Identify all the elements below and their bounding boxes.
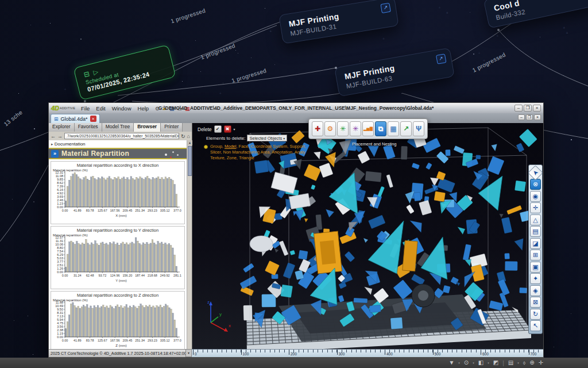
menu-edit[interactable]: Edit xyxy=(96,105,105,112)
lasso-select-tool[interactable]: ↖ xyxy=(530,320,541,331)
visibility-icon[interactable]: ⊙ xyxy=(464,358,469,367)
axis-x-label: x xyxy=(229,323,231,328)
red-grid-icon[interactable]: ▦ xyxy=(185,106,190,112)
delete-box-tool[interactable]: ⊠ xyxy=(530,297,541,308)
documentation-link[interactable]: ▸ Documentation xyxy=(49,140,187,148)
svg-text:41.89: 41.89 xyxy=(74,209,82,212)
bar-chart-tool[interactable]: ▂▅▇ xyxy=(362,121,374,136)
filter-icon[interactable]: ▼ xyxy=(448,358,454,367)
refresh-icon[interactable]: ↻ xyxy=(181,133,185,139)
panel-tab-model-tree[interactable]: Model Tree xyxy=(102,123,134,132)
star-plus: + xyxy=(446,11,448,15)
save-icon[interactable]: ▦ xyxy=(169,106,175,112)
confirm-delete-button[interactable]: ✔ xyxy=(214,125,222,133)
status-caret-icon[interactable]: ▾ xyxy=(185,349,192,357)
scroll-up-icon[interactable]: ▲ xyxy=(187,140,192,145)
menu-window[interactable]: Window xyxy=(112,105,131,112)
svg-text:377.0: 377.0 xyxy=(173,339,181,342)
triangle-tool[interactable]: △ xyxy=(530,214,541,225)
title-bar[interactable]: 4D ADDITIVE FileEditWindowHelp ⚙▰▦▭▦ G:\… xyxy=(49,103,543,113)
forward-icon[interactable]: → xyxy=(57,133,63,139)
repair-tool[interactable]: ✚ xyxy=(312,121,323,136)
antenna-tool[interactable]: Ψ xyxy=(413,121,424,136)
app-window: 4D ADDITIVE FileEditWindowHelp ⚙▰▦▭▦ G:\… xyxy=(48,102,544,358)
elements-dropdown[interactable]: Selected Objects ▾ xyxy=(247,135,287,141)
external-link-icon[interactable]: ↗ xyxy=(380,3,390,13)
export-tool[interactable]: ↗ xyxy=(400,121,412,136)
panel-tab-browser[interactable]: Browser xyxy=(134,123,161,132)
viewport-3d[interactable]: Delete ✔ ✖ ▾ Elements to delete: Selecte… xyxy=(192,123,543,349)
select-arrow-tool[interactable]: ➤ xyxy=(528,165,543,181)
render-mode-icon[interactable]: ◧ xyxy=(478,358,483,367)
star-plus: + xyxy=(382,37,385,41)
svg-text:125.67: 125.67 xyxy=(98,339,107,342)
rotate-view-tool[interactable]: ↻ xyxy=(530,309,541,320)
delete-caret-icon[interactable]: ▾ xyxy=(234,127,235,131)
elements-to-delete-label: Elements to delete: xyxy=(206,136,245,141)
back-icon[interactable]: ← xyxy=(51,133,56,139)
ruler-major-tick xyxy=(529,350,529,355)
play-icon[interactable]: ▷ xyxy=(92,68,99,76)
layers-icon-caret[interactable]: ▾ xyxy=(517,361,519,365)
add-group-tool[interactable]: ▤ xyxy=(530,226,541,237)
key-icon[interactable]: ⚙ xyxy=(155,106,160,112)
wrench-tool[interactable]: ⚙ xyxy=(324,121,336,136)
star-plus: + xyxy=(492,34,494,38)
select-point-tool[interactable]: ◉ xyxy=(530,191,541,202)
clip-plane-icon[interactable]: ⬨ xyxy=(523,358,526,367)
address-input[interactable]: .7/work/2025100813251228530364/u_halter_… xyxy=(64,133,179,139)
doc-minimize-button[interactable]: – xyxy=(518,114,525,120)
import-tool[interactable]: ◪ xyxy=(530,238,541,249)
center-view-icon[interactable]: ⊕ xyxy=(529,358,534,367)
magic-wand-tool[interactable]: ✦ xyxy=(530,273,541,284)
pan-icon[interactable]: ✛ xyxy=(539,358,543,367)
ruler-major-tick xyxy=(337,350,338,355)
home-icon[interactable]: ⌂ xyxy=(187,133,190,139)
panel-tab-favorites[interactable]: Favorites xyxy=(75,123,102,132)
star-dot xyxy=(274,64,275,65)
star-plus: + xyxy=(219,91,222,95)
folder-icon[interactable]: ▰ xyxy=(163,106,167,112)
star-plus: + xyxy=(478,51,480,55)
move-tool[interactable]: ✛ xyxy=(530,202,541,213)
cancel-delete-button[interactable]: ✖ xyxy=(224,125,231,133)
doc-restore-button[interactable]: ❐ xyxy=(526,114,533,120)
deselect-tool[interactable]: ⊗ xyxy=(530,179,541,190)
menu-help[interactable]: Help xyxy=(138,105,149,112)
doc-close-button[interactable]: × xyxy=(534,114,541,120)
nesting-list-tool[interactable]: ▦ xyxy=(388,121,399,136)
layers-icon[interactable]: ▤ xyxy=(508,358,513,367)
menu-file[interactable]: File xyxy=(81,105,90,112)
lock-tool[interactable]: ▣ xyxy=(530,262,541,273)
external-link-icon[interactable]: ↗ xyxy=(436,53,447,64)
tab-close-icon[interactable]: × xyxy=(90,116,96,122)
shaded-cube-icon[interactable]: ◩ xyxy=(493,358,498,367)
duplicate-tool[interactable]: ⧉ xyxy=(375,121,386,136)
purple-asterisk-tool[interactable]: ✳ xyxy=(350,121,361,136)
address-bar: ← → .7/work/2025100813251228530364/u_hal… xyxy=(49,132,192,140)
render-mode-icon-caret[interactable]: ▾ xyxy=(488,361,489,365)
close-button[interactable]: × xyxy=(533,105,541,112)
printer-icon[interactable]: ▭ xyxy=(177,106,183,112)
chart-plot: Material repartition (%)12.5711.3110.068… xyxy=(51,233,182,288)
frame-select-tool[interactable]: ◈ xyxy=(530,285,541,296)
filter-icon-caret[interactable]: ▾ xyxy=(458,361,460,365)
green-asterisk-tool[interactable]: ✳ xyxy=(337,121,349,136)
svg-text:0.00: 0.00 xyxy=(62,274,68,277)
star-dot xyxy=(251,57,252,58)
components-tool[interactable]: ⊞ xyxy=(530,250,541,260)
viewport-options-strip: ▼▾⊙▾◧▾◩|▤▾⬨⊕✛ xyxy=(0,358,588,368)
svg-text:Y (mm): Y (mm) xyxy=(115,279,127,282)
restore-button[interactable]: ❐ xyxy=(524,105,532,112)
star-plus: + xyxy=(563,26,565,30)
panel-scrollbar[interactable]: ▲ xyxy=(187,140,192,349)
visibility-icon-caret[interactable]: ▾ xyxy=(473,361,474,365)
menu-bar-icons: ⚙▰▦▭▦ xyxy=(155,105,193,112)
panel-tab-explorer[interactable]: Explorer xyxy=(49,123,75,132)
app-logo-sub: ADDITIVE xyxy=(60,106,75,110)
tab-global-4da[interactable]: ⊞ Global.4da* × xyxy=(51,114,100,123)
model-link[interactable]: Model xyxy=(225,144,236,149)
minimize-button[interactable]: – xyxy=(514,105,523,112)
panel-tab-printer[interactable]: Printer xyxy=(161,123,183,132)
scrollbar-thumb[interactable] xyxy=(188,146,192,176)
